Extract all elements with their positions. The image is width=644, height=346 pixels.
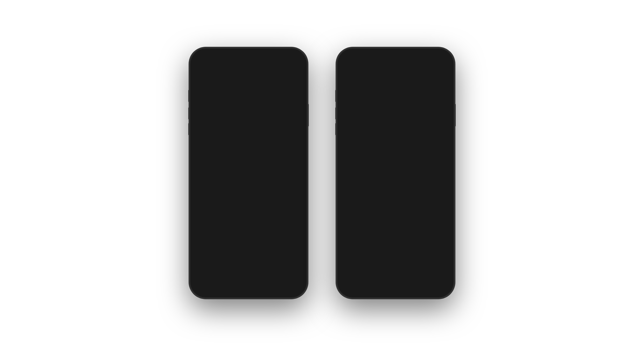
page-header-right: Display Preferences	[338, 82, 453, 100]
home-indicator-right	[378, 293, 413, 294]
list-item-left-9[interactable]: LPGA TOUR - Top 25 Players	[191, 272, 306, 288]
nav-bar-left: < Back 🔍 👤 🔔 ⊕ ›	[191, 67, 306, 82]
nav-actions-right: 🔍 👤 🔔 ⊕ ›	[408, 71, 449, 78]
status-time-left: 10:09	[197, 58, 210, 64]
list-item-left-3[interactable]: Male D1 College	[191, 175, 306, 191]
list-item-left-0[interactable]: TOUR - Top 25 Players	[191, 126, 306, 142]
sheet-close-right[interactable]: ✕	[440, 112, 449, 121]
item-label-right-7: Female 10 Handicap	[344, 243, 392, 248]
signal-bar-r3	[422, 61, 424, 64]
page-header-left: Display Preferences	[191, 82, 306, 104]
list-item-right-5[interactable]: Female Scratch Handicap	[338, 206, 453, 222]
list-item-right-3[interactable]: Female D1 College	[338, 173, 453, 189]
item-label-left-5: Male Scratch Handicap	[197, 212, 251, 218]
island-dot-left	[256, 57, 259, 60]
list-item-left-8[interactable]: Male 15 Handicap	[191, 255, 306, 272]
person-icon-left[interactable]: 👤	[273, 72, 279, 77]
battery-text-right: 84	[434, 60, 438, 64]
item-label-left-1: TOUR - Average	[197, 147, 235, 153]
nav-actions-left: 🔍 👤 🔔 ⊕ ›	[261, 71, 302, 78]
phone-screen-right: 10:19 84	[338, 49, 453, 297]
right-phone: 10:19 84	[336, 47, 455, 299]
signal-bar-2	[274, 62, 275, 64]
nav-bar-right: < Back 🔍 👤 🔔 ⊕ ›	[338, 67, 453, 82]
screen-content-left: Display Preferences Player Ability Compa…	[191, 82, 306, 297]
bell-icon-left[interactable]: 🔔	[284, 72, 289, 77]
status-time-right: 10:19	[344, 58, 357, 64]
item-label-left-0: TOUR - Top 25 Players	[197, 131, 251, 137]
item-label-left-2: Male D1 College - Top 25 Players	[197, 164, 275, 170]
list-item-left-4[interactable]: Male Plus Handicap	[191, 191, 306, 207]
signal-bar-r1	[419, 63, 420, 64]
nav-back-right[interactable]: < Back	[342, 72, 356, 77]
item-label-left-4: Male Plus Handicap	[197, 196, 243, 202]
signal-bar-r4	[424, 60, 425, 64]
search-icon-right[interactable]: 🔍	[408, 71, 415, 78]
item-label-right-1: LPGA TOUR - Average	[344, 146, 397, 152]
item-label-right-8: TOUR - Top 25 Players	[344, 259, 398, 265]
item-label-left-8: Male 15 Handicap	[197, 260, 239, 266]
battery-right: 84	[434, 60, 447, 64]
wifi-icon-right	[427, 60, 432, 64]
list-item-left-1[interactable]: TOUR - Average ✓	[191, 142, 306, 159]
signal-bar-1	[272, 63, 273, 64]
battery-indicator-right	[439, 60, 447, 64]
item-label-right-6: Female 5 Handicap	[344, 226, 389, 232]
item-label-left-9: LPGA TOUR - Top 25 Players	[197, 276, 266, 282]
back-button-left[interactable]: < Back	[195, 72, 209, 77]
sheet-close-left[interactable]: ✕	[293, 114, 302, 123]
signal-bar-4	[277, 60, 278, 64]
list-item-right-8[interactable]: TOUR - Top 25 Players	[338, 254, 453, 270]
plus-icon-right[interactable]: ⊕ ›	[441, 72, 449, 77]
plus-icon-left[interactable]: ⊕ ›	[294, 72, 302, 77]
status-icons-left: 86	[272, 60, 300, 64]
wifi-icon-left	[280, 60, 285, 64]
list-item-right-7[interactable]: Female 10 Handicap	[338, 238, 453, 254]
bottom-sheet-right: ✕ LPGA TOUR - Top 25 Players LPGA TOUR -…	[338, 108, 453, 297]
bottom-sheet-left: ✕ TOUR - Top 25 Players TOUR - Average ✓…	[191, 110, 306, 297]
island-dot-right	[403, 57, 406, 60]
signal-bar-3	[275, 61, 276, 64]
dynamic-island-right	[378, 53, 413, 63]
battery-fill-right	[440, 60, 446, 63]
list-item-right-1[interactable]: LPGA TOUR - Average ✓	[338, 140, 453, 157]
item-label-left-7: Male 10 Handicap	[197, 244, 239, 250]
search-icon-left[interactable]: 🔍	[261, 71, 268, 78]
status-icons-right: 84	[419, 60, 447, 64]
item-label-right-9: TOUR - Average	[344, 275, 382, 281]
list-item-right-9[interactable]: TOUR - Average	[338, 270, 453, 286]
list-item-left-6[interactable]: Male 5 Handicap	[191, 223, 306, 239]
battery-left: 86	[287, 60, 300, 64]
item-label-right-3: Female D1 College	[344, 178, 388, 184]
list-item-left-5[interactable]: Male Scratch Handicap	[191, 207, 306, 223]
list-item-left-2[interactable]: Male D1 College - Top 25 Players	[191, 159, 306, 175]
page-title-right: Display Preferences	[344, 89, 447, 95]
island-dot-green-right	[407, 57, 410, 60]
island-dot-green-left	[260, 57, 263, 60]
checkmark-right-1: ✓	[443, 145, 447, 152]
left-phone: 10:09 86	[189, 47, 308, 299]
back-button-right[interactable]: < Back	[342, 72, 356, 77]
bell-icon-right[interactable]: 🔔	[430, 72, 436, 77]
sheet-list-left: TOUR - Top 25 Players TOUR - Average ✓ M…	[191, 126, 306, 288]
list-item-right-4[interactable]: Female Plus Handicap	[338, 189, 453, 206]
sheet-handle-left	[242, 113, 255, 114]
item-label-left-6: Male 5 Handicap	[197, 228, 236, 234]
battery-indicator-left	[292, 60, 300, 64]
list-item-right-6[interactable]: Female 5 Handicap	[338, 222, 453, 238]
dynamic-island-left	[231, 53, 266, 63]
sheet-handle-right	[389, 111, 402, 113]
item-label-left-3: Male D1 College	[197, 180, 236, 186]
page-title-left: Display Preferences	[197, 89, 300, 98]
list-item-left-7[interactable]: Male 10 Handicap	[191, 239, 306, 255]
signal-bar-r2	[421, 62, 422, 64]
nav-back-left[interactable]: < Back	[195, 72, 209, 77]
sheet-handle-area-right: ✕	[338, 108, 453, 124]
person-icon-right[interactable]: 👤	[420, 72, 426, 77]
item-label-right-2: Female D1 College - Top 25 Players	[344, 162, 428, 168]
item-label-right-0: LPGA TOUR - Top 25 Players	[344, 129, 413, 135]
home-indicator-left	[231, 293, 266, 294]
list-item-right-2[interactable]: Female D1 College - Top 25 Players	[338, 157, 453, 173]
list-item-right-0[interactable]: LPGA TOUR - Top 25 Players	[338, 124, 453, 140]
item-label-right-4: Female Plus Handicap	[344, 194, 397, 200]
